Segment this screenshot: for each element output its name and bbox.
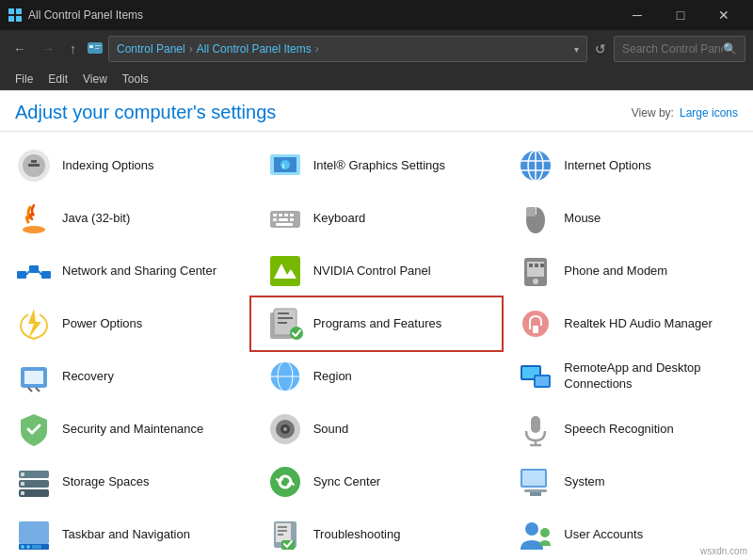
content-area: Adjust your computer's settings View by:… — [0, 90, 753, 560]
svg-rect-55 — [24, 371, 43, 384]
item-label-user-accounts: User Accounts — [564, 527, 643, 543]
forward-button[interactable]: → — [36, 38, 60, 60]
item-power-options[interactable]: Power Options — [0, 297, 251, 350]
item-label-taskbar: Taskbar and Navigation — [62, 527, 190, 543]
system-icon — [517, 463, 554, 501]
item-taskbar[interactable]: Taskbar and Navigation — [0, 508, 251, 560]
search-icon: 🔍 — [723, 42, 737, 56]
item-label-nvidia: NVIDIA Control Panel — [313, 264, 431, 280]
svg-rect-50 — [278, 322, 287, 324]
item-label-internet-options: Internet Options — [564, 158, 651, 174]
menu-edit[interactable]: Edit — [40, 71, 75, 88]
item-label-speech-recognition: Speech Recognition — [564, 422, 673, 438]
back-button[interactable]: ← — [8, 38, 32, 60]
svg-rect-5 — [89, 45, 93, 48]
item-intel-graphics[interactable]: i Intel® Graphics Settings — [251, 139, 503, 192]
item-mouse[interactable]: Mouse — [502, 192, 753, 245]
window-controls: ─ □ ✕ — [616, 0, 745, 30]
power-options-icon — [15, 305, 53, 343]
breadcrumb-bar: Control Panel › All Control Panel Items … — [108, 36, 587, 62]
svg-rect-23 — [273, 214, 277, 216]
menu-tools[interactable]: Tools — [115, 71, 156, 88]
item-remoteapp[interactable]: RemoteApp and Desktop Connections — [502, 350, 753, 403]
menu-file[interactable]: File — [8, 71, 40, 88]
breadcrumb-dropdown[interactable]: ▾ — [574, 44, 579, 55]
item-network-sharing[interactable]: Network and Sharing Center — [0, 245, 251, 297]
storage-spaces-icon — [15, 463, 53, 501]
intel-graphics-icon: i — [266, 147, 304, 184]
item-realtek[interactable]: Realtek HD Audio Manager — [502, 297, 753, 350]
item-storage-spaces[interactable]: Storage Spaces — [0, 456, 251, 508]
item-system[interactable]: System — [502, 456, 753, 508]
item-troubleshooting[interactable]: Troubleshooting — [251, 508, 503, 560]
svg-rect-28 — [279, 218, 288, 221]
item-label-recovery: Recovery — [62, 369, 114, 385]
item-phone-modem[interactable]: Phone and Modem — [502, 245, 753, 297]
item-label-security-maintenance: Security and Maintenance — [62, 422, 203, 438]
item-sync-center[interactable]: Sync Center — [251, 456, 503, 508]
realtek-icon — [517, 305, 554, 343]
sound-icon — [266, 410, 304, 448]
watermark: wsxdn.com — [700, 546, 747, 556]
svg-rect-72 — [21, 472, 24, 476]
svg-rect-35 — [29, 265, 39, 273]
title-bar: All Control Panel Items ─ □ ✕ — [0, 0, 753, 30]
region-icon — [266, 358, 304, 395]
svg-rect-63 — [536, 376, 549, 386]
keyboard-icon — [266, 200, 304, 237]
item-speech-recognition[interactable]: Speech Recognition — [502, 403, 753, 456]
item-region[interactable]: Region — [251, 350, 503, 403]
svg-rect-88 — [276, 523, 291, 542]
item-programs-features[interactable]: Programs and Features — [249, 296, 505, 352]
item-security-maintenance[interactable]: Security and Maintenance — [0, 403, 251, 456]
svg-point-94 — [540, 528, 550, 537]
svg-rect-0 — [8, 8, 14, 14]
svg-point-21 — [23, 226, 45, 233]
svg-rect-34 — [17, 271, 26, 279]
address-bar: ← → ↑ Control Panel › All Control Panel … — [0, 30, 753, 68]
user-accounts-icon — [517, 516, 554, 553]
svg-rect-7 — [95, 48, 99, 49]
page-title: Adjust your computer's settings — [15, 102, 276, 123]
item-internet-options[interactable]: Internet Options — [502, 139, 753, 192]
svg-rect-26 — [290, 214, 294, 216]
view-by-value[interactable]: Large icons — [680, 106, 738, 120]
search-input[interactable] — [622, 42, 723, 56]
item-nvidia[interactable]: NVIDIA Control Panel — [251, 245, 503, 297]
menu-bar: File Edit View Tools — [0, 68, 753, 90]
svg-rect-25 — [284, 214, 288, 216]
search-box: 🔍 — [614, 36, 745, 62]
svg-text:i: i — [282, 162, 284, 170]
menu-view[interactable]: View — [75, 71, 115, 88]
svg-point-93 — [525, 522, 538, 536]
item-sound[interactable]: Sound — [251, 403, 503, 456]
svg-rect-86 — [32, 545, 41, 549]
breadcrumb-all-items[interactable]: All Control Panel Items — [197, 42, 312, 56]
close-button[interactable]: ✕ — [702, 0, 745, 30]
item-keyboard[interactable]: Keyboard — [251, 192, 503, 245]
item-label-network-sharing: Network and Sharing Center — [62, 264, 216, 280]
item-label-java: Java (32-bit) — [62, 211, 130, 227]
item-label-sync-center: Sync Center — [313, 474, 381, 490]
maximize-button[interactable]: □ — [659, 0, 702, 30]
breadcrumb-control-panel[interactable]: Control Panel — [117, 42, 185, 56]
item-label-intel-graphics: Intel® Graphics Settings — [313, 158, 445, 174]
up-button[interactable]: ↑ — [64, 38, 82, 60]
svg-rect-1 — [16, 8, 22, 14]
item-label-storage-spaces: Storage Spaces — [62, 474, 150, 490]
svg-rect-11 — [31, 160, 37, 163]
item-recovery[interactable]: Recovery — [0, 350, 251, 403]
item-java[interactable]: Java (32-bit) — [0, 192, 251, 245]
item-label-realtek: Realtek HD Audio Manager — [564, 316, 713, 332]
location-icon — [86, 40, 104, 58]
svg-rect-3 — [16, 16, 22, 22]
taskbar-icon — [15, 516, 53, 553]
troubleshooting-icon — [266, 516, 304, 553]
refresh-button[interactable]: ↺ — [591, 38, 610, 60]
svg-point-85 — [26, 545, 30, 549]
svg-point-84 — [21, 545, 24, 549]
svg-rect-44 — [535, 264, 538, 267]
svg-rect-24 — [279, 214, 282, 216]
minimize-button[interactable]: ─ — [616, 0, 659, 30]
item-indexing-options[interactable]: Indexing Options — [0, 139, 251, 192]
